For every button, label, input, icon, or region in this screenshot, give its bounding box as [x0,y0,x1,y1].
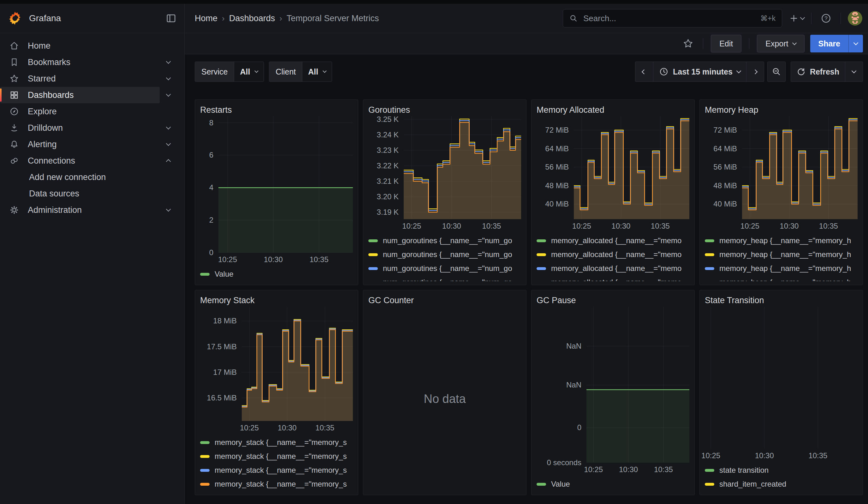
legend-item[interactable]: shard_item_created [705,477,858,491]
export-button[interactable]: Export [757,35,804,52]
legend-item[interactable]: memory_heap {__name__="memory_h [705,275,858,281]
service-value-dropdown[interactable]: All [234,62,264,81]
chart[interactable]: 72 MiB64 MiB56 MiB48 MiB40 MiB [537,116,689,219]
expand-alerting-button[interactable] [160,136,177,153]
user-avatar[interactable] [848,11,862,25]
time-shift-forward-button[interactable] [746,62,764,81]
search-shortcut: ⌘+k [761,14,776,23]
legend-item[interactable]: memory_heap {__name__="memory_h [705,248,858,261]
export-label: Export [765,39,788,48]
legend-item[interactable]: num_goroutines {__name__="num_go [368,248,521,261]
collapse-connections-button[interactable] [160,153,177,169]
breadcrumb-dashboards[interactable]: Dashboards [229,13,275,23]
legend-label: num_goroutines {__name__="num_go [383,236,512,245]
sidebar-item-bookmarks[interactable]: Bookmarks [0,54,160,70]
client-label: Client [269,62,302,81]
legend-swatch [537,267,546,270]
panel-header[interactable]: Memory Stack [200,294,353,307]
dashboard-toolbar: Edit Export Share [185,33,868,54]
chart[interactable]: 18 MiB17.5 MiB17 MiB16.5 MiB [200,307,353,421]
legend-item[interactable]: memory_stack {__name__="memory_s [200,477,353,491]
chart[interactable]: NaNNaN00 seconds [537,307,689,463]
sidebar-item-drilldown[interactable]: Drilldown [0,120,160,136]
expand-dashboards-button[interactable] [160,87,177,103]
legend-item[interactable]: memory_heap {__name__="memory_h [705,234,858,248]
legend-label: memory_stack {__name__="memory_s [215,438,347,447]
client-value-dropdown[interactable]: All [302,62,332,81]
add-menu-button[interactable] [789,11,804,26]
share-menu-button[interactable] [848,35,863,52]
legend-item[interactable]: memory_allocated {__name__="memo [537,248,689,261]
chart[interactable]: 72 MiB64 MiB56 MiB48 MiB40 MiB [705,116,858,219]
sidebar-toggle-icon[interactable] [165,13,177,24]
expand-administration-button[interactable] [160,202,177,218]
legend-swatch [705,253,714,256]
sidebar-item-connections[interactable]: Connections [0,153,160,169]
y-axis-labels: 86420 [200,116,218,253]
favorite-star-button[interactable] [681,36,695,51]
chevron-down-icon [166,141,171,146]
panel-header[interactable]: Memory Allocated [537,104,689,116]
legend-label: Value [551,480,570,488]
sidebar-item-add-new-connection[interactable]: Add new connection [0,169,177,185]
edit-button[interactable]: Edit [711,35,742,52]
y-tick-label: NaN [566,342,581,351]
grafana-logo-icon[interactable] [8,11,22,25]
legend-label: shard_item_created [719,480,786,488]
time-range-picker[interactable]: Last 15 minutes [653,62,746,81]
panel-header[interactable]: State Transition [705,294,858,307]
breadcrumb-home[interactable]: Home [195,13,217,23]
legend-item[interactable]: num_goroutines {__name__="num_go [368,234,521,248]
legend-item[interactable]: memory_stack {__name__="memory_s [200,435,353,449]
sidebar-item-dashboards[interactable]: Dashboards [0,87,160,103]
expand-drilldown-button[interactable] [160,120,177,136]
legend-item[interactable]: num_goroutines {__name__="num_go [368,261,521,275]
sidebar-item-administration[interactable]: Administration [0,202,160,218]
sidebar-item-label: Connections [28,156,75,166]
star-icon [9,74,19,83]
legend-item[interactable]: state transition [705,463,858,477]
time-zoom-out-button[interactable] [768,62,785,81]
legend-label: memory_stack {__name__="memory_s [215,452,347,461]
chart[interactable]: 86420 [200,116,353,253]
panel-header[interactable]: GC Counter [368,294,521,307]
sidebar-item-home[interactable]: Home [0,38,177,54]
legend-item[interactable]: memory_allocated {__name__="memo [537,234,689,248]
panel-memory-heap: Memory Heap 72 MiB64 MiB56 MiB48 MiB40 M… [700,100,863,285]
sidebar-item-alerting[interactable]: Alerting [0,136,160,153]
service-variable: Service All [195,62,264,82]
search-input[interactable] [583,13,755,24]
search-box[interactable]: ⌘+k [563,9,782,28]
chart[interactable]: 3.25 K3.24 K3.23 K3.22 K3.21 K3.20 K3.19… [368,116,521,219]
time-shift-back-button[interactable] [636,62,653,81]
sidebar-item-explore[interactable]: Explore [0,103,177,120]
legend-item[interactable]: Value [537,477,689,491]
refresh-icon [797,67,806,76]
legend-item[interactable]: memory_allocated {__name__="memo [537,261,689,275]
avatar-pixel-art [848,11,862,25]
share-button[interactable]: Share [810,35,848,52]
legend-item[interactable]: memory_heap {__name__="memory_h [705,261,858,275]
legend-item[interactable]: Value [200,267,353,281]
refresh-interval-button[interactable] [845,62,862,81]
refresh-button[interactable]: Refresh [791,62,845,81]
expand-starred-button[interactable] [160,70,177,87]
panel-header[interactable]: GC Pause [537,294,689,307]
sidebar-item-label: Bookmarks [28,58,70,67]
x-tick-label: 10:30 [264,255,283,264]
panel-header[interactable]: Restarts [200,104,353,116]
sidebar-item-data-sources[interactable]: Data sources [0,185,177,202]
legend-item[interactable]: memory_allocated {__name__="memo [537,275,689,281]
panel-header[interactable]: Memory Heap [705,104,858,116]
legend-swatch [537,281,546,281]
sidebar-item-starred[interactable]: Starred [0,70,160,87]
legend-item[interactable]: num_goroutines {__name__="num_go [368,275,521,281]
breadcrumb: Home › Dashboards › Temporal Server Metr… [195,13,379,23]
panel-header[interactable]: Goroutines [368,104,521,116]
chart[interactable] [705,307,858,449]
help-button[interactable]: ? [818,11,834,26]
legend-item[interactable]: memory_stack {__name__="memory_s [200,463,353,477]
legend-item[interactable]: memory_stack {__name__="memory_s [200,449,353,463]
x-tick-label: 10:25 [584,465,603,474]
expand-bookmarks-button[interactable] [160,54,177,70]
